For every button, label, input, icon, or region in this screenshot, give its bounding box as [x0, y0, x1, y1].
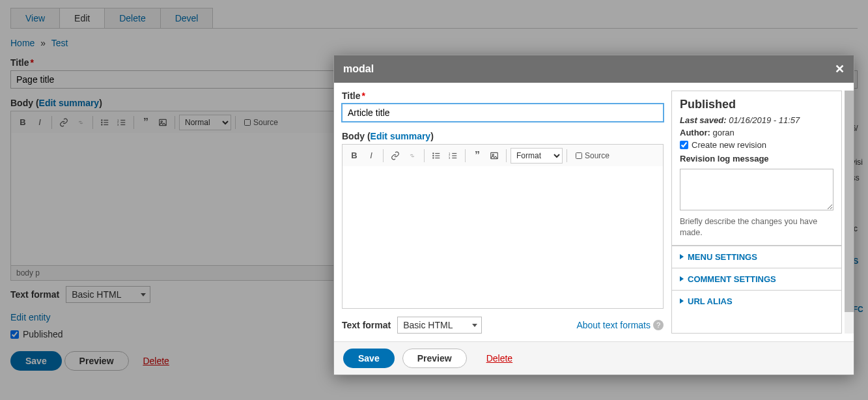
image-icon[interactable] — [486, 148, 502, 164]
accordion-url-alias[interactable]: URL ALIAS — [672, 290, 841, 312]
modal-dialog: modal ✕ Title* Body (Edit summary) B I 1… — [333, 55, 854, 375]
revision-log-help: Briefly describe the changes you have ma… — [680, 216, 833, 238]
svg-rect-18 — [435, 155, 440, 156]
close-icon[interactable]: ✕ — [835, 62, 845, 76]
svg-point-19 — [432, 157, 434, 158]
modal-title: modal — [343, 63, 374, 75]
format-dropdown[interactable]: Format — [511, 148, 563, 164]
revision-log-label: Revision log message — [680, 154, 769, 164]
accordion-comment-settings[interactable]: COMMENT SETTINGS — [672, 268, 841, 290]
modal-title-input[interactable] — [342, 104, 664, 122]
modal-edit-summary-link[interactable]: Edit summary — [371, 131, 431, 141]
modal-footer: Save Preview Delete — [334, 342, 854, 375]
create-revision-label: Create new revision — [692, 140, 766, 150]
svg-rect-29 — [576, 152, 582, 158]
bullet-list-icon[interactable] — [428, 148, 444, 164]
help-icon: ? — [653, 320, 664, 330]
svg-point-15 — [432, 152, 434, 154]
modal-text-format-select[interactable]: Basic HTML — [397, 317, 482, 334]
modal-preview-button[interactable]: Preview — [402, 349, 467, 368]
svg-point-17 — [432, 154, 434, 156]
number-list-icon[interactable]: 123 — [445, 148, 461, 164]
svg-rect-23 — [452, 157, 456, 158]
modal-text-format-label: Text format — [342, 320, 391, 330]
modal-title-label: Title* — [342, 91, 664, 101]
link-icon[interactable] — [387, 148, 403, 164]
svg-point-28 — [492, 154, 494, 155]
italic-icon[interactable]: I — [363, 148, 379, 164]
author-info: Author: goran — [680, 128, 833, 137]
about-text-formats-link[interactable]: About text formats ? — [576, 320, 664, 330]
modal-editor-toolbar: B I 123 ” Format Source — [342, 144, 664, 166]
modal-save-button[interactable]: Save — [343, 349, 395, 368]
accordion-menu-settings[interactable]: MENU SETTINGS — [672, 246, 841, 268]
modal-body-label: Body (Edit summary) — [342, 131, 664, 141]
svg-rect-16 — [435, 152, 440, 153]
bold-icon[interactable]: B — [346, 148, 362, 164]
source-button[interactable]: Source — [571, 148, 613, 164]
last-saved: Last saved: 01/16/2019 - 11:57 — [680, 115, 833, 125]
svg-rect-22 — [452, 155, 456, 156]
modal-delete-link[interactable]: Delete — [486, 353, 512, 364]
blockquote-icon[interactable]: ” — [469, 148, 485, 164]
svg-rect-21 — [452, 152, 456, 153]
published-heading: Published — [680, 98, 833, 111]
modal-scrollbar[interactable] — [845, 91, 854, 334]
create-revision-checkbox[interactable] — [680, 141, 688, 149]
svg-rect-20 — [435, 157, 440, 158]
modal-header: modal ✕ — [334, 55, 854, 83]
svg-text:3: 3 — [449, 156, 451, 159]
revision-log-textarea[interactable] — [680, 169, 833, 210]
unlink-icon[interactable] — [404, 148, 420, 164]
modal-editor-body[interactable] — [342, 166, 664, 309]
